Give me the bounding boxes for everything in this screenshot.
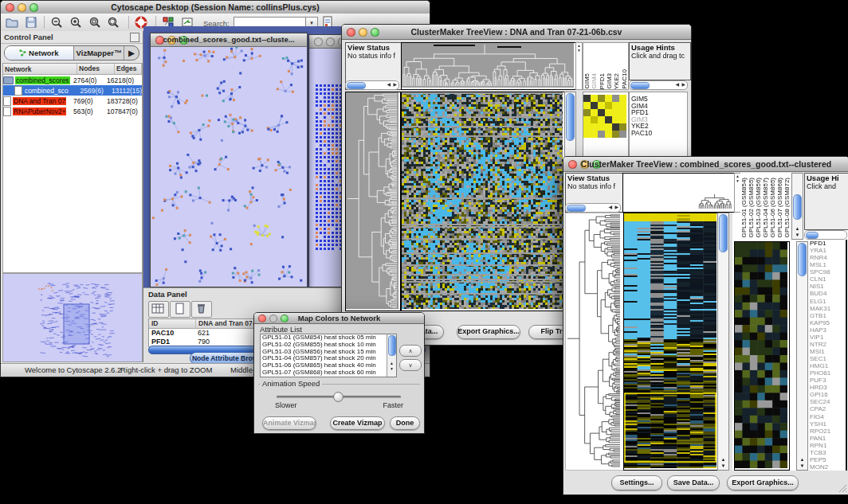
network-row[interactable]: RNAPuberNov2+ 563(0) 107847(0)	[3, 106, 142, 116]
control-panel: Control Panel Network VizMapper™ ▶ Netwo…	[1, 31, 143, 362]
status-zoom-hint: Right-click + drag to ZOOM	[120, 365, 212, 374]
attribute-item[interactable]: GPL51-07 (GSM868) heat shock 60 min	[261, 369, 396, 377]
export-graphics-button[interactable]: Export Graphics...	[457, 325, 520, 339]
gene-label: CLN1	[808, 275, 846, 283]
control-panel-title: Control Panel	[4, 33, 53, 41]
column-dendrogram-canvas[interactable]	[402, 43, 574, 88]
dialog-titlebar[interactable]: Map Colors to Network	[254, 313, 424, 324]
network-row[interactable]: combined_scores 2764(0) 16218(0)	[3, 75, 142, 85]
heatmap-global[interactable]	[623, 213, 719, 471]
attribute-list-scrollbar[interactable]: ▲▼	[387, 334, 396, 377]
export-graphics-button[interactable]: Export Graphics...	[727, 475, 799, 490]
status-welcome: Welcome to Cytoscape 2.6.2	[25, 365, 121, 374]
zoom-heatmap-panel[interactable]	[734, 241, 790, 471]
move-up-button[interactable]: ∧	[399, 345, 422, 357]
save-data-button[interactable]: Save Data...	[667, 475, 720, 490]
column-labels: GIM5GIM4PFD1GIM3YKE2PAC10	[583, 42, 629, 90]
column-dendrogram[interactable]	[622, 173, 736, 213]
network-file-icon	[14, 86, 22, 96]
column-label: GPL51-07 (GSM868)	[776, 178, 783, 238]
delete-attribute-icon[interactable]	[191, 301, 212, 318]
new-attribute-icon[interactable]	[170, 301, 190, 318]
birdseye-view[interactable]	[2, 273, 143, 362]
zoom-out-icon[interactable]	[50, 16, 63, 29]
done-button[interactable]: Done	[390, 416, 420, 430]
usage-hints-scrollbar[interactable]: ◀▶	[629, 80, 688, 90]
close-button[interactable]	[314, 37, 323, 46]
move-down-button[interactable]: ∨	[399, 359, 422, 371]
animate-vizmap-button[interactable]: Animate Vizmap	[262, 416, 316, 430]
zoom-fit-icon[interactable]	[107, 16, 120, 29]
gene-label: CPA2	[808, 405, 846, 412]
open-session-icon[interactable]	[6, 16, 18, 29]
heatmap-vertical-scrollbar[interactable]: ▲▼	[717, 213, 729, 471]
gene-label: GPI16	[808, 391, 846, 398]
row-dendrogram[interactable]	[345, 92, 401, 311]
gene-label: MSI1	[808, 348, 846, 355]
zoom-vertical-scrollbar[interactable]: ▲▼	[796, 241, 808, 471]
row-dendrogram[interactable]	[565, 213, 624, 471]
treeview1-title: ClusterMaker TreeView : DNA and Tran 07-…	[342, 27, 691, 37]
zoom-in-icon[interactable]	[69, 16, 82, 29]
gene-label: HRD3	[808, 384, 846, 391]
heatmap-global[interactable]	[401, 92, 565, 311]
zoom-heatmap-canvas[interactable]	[735, 242, 787, 468]
heatmap-canvas[interactable]	[624, 213, 716, 468]
column-label: GIM5	[583, 73, 591, 89]
view-status-scrollbar[interactable]: ◀▶	[565, 203, 621, 213]
tab-network[interactable]: Network	[5, 46, 74, 60]
resize-grip[interactable]	[838, 483, 847, 493]
tab-overflow-button[interactable]: ▶	[124, 46, 139, 60]
attribute-select-icon[interactable]	[148, 301, 169, 318]
gene-label: BUD4	[808, 290, 846, 297]
gene-label: ELG1	[808, 298, 846, 305]
gene-label: VIP1	[808, 334, 846, 341]
treeview2-titlebar[interactable]: ClusterMaker TreeView : combined_scores_…	[563, 157, 848, 172]
gene-label: SEC1	[808, 355, 846, 362]
gene-label: RPO21	[808, 428, 846, 435]
main-window-title: Cytoscape Desktop (Session Name: collins…	[1, 2, 430, 12]
birdseye-canvas[interactable]	[3, 274, 140, 360]
create-vizmap-button[interactable]: Create Vizmap	[330, 416, 385, 430]
speed-slider-thumb[interactable]	[333, 392, 344, 402]
column-label: GPL51-03 (GSM856)	[755, 178, 762, 238]
usage-hints-box: Usage Hi Click and	[804, 173, 848, 230]
network-view-titlebar[interactable]: combined_scores_good.txt--cluste...	[151, 33, 307, 47]
zoom-selected-icon[interactable]	[88, 16, 101, 29]
zoom-heatmap-canvas[interactable]	[583, 95, 626, 138]
column-label: GPL51-06 (GSM865)	[769, 178, 776, 238]
network-file-icon	[3, 107, 11, 116]
treeview1-titlebar[interactable]: ClusterMaker TreeView : DNA and Tran 07-…	[342, 25, 691, 40]
usage-hints-scrollbar[interactable]	[804, 230, 847, 240]
gene-label: PHO81	[808, 369, 846, 377]
heatmap-canvas[interactable]	[402, 92, 563, 309]
row-dendrogram-canvas[interactable]	[566, 213, 622, 468]
network-list-header: Network Nodes Edges	[3, 64, 142, 75]
column-dendrogram-canvas[interactable]	[623, 174, 733, 210]
column-label: GPL51-04 (GSM857)	[762, 178, 769, 238]
minimize-button[interactable]	[326, 37, 335, 46]
float-panel-icon[interactable]	[130, 33, 139, 42]
column-labels-scrollbar[interactable]: ▲▼	[791, 173, 803, 240]
column-label: PFD1	[599, 73, 606, 89]
save-session-icon[interactable]	[25, 16, 37, 29]
column-dendrogram[interactable]	[401, 42, 576, 90]
network-row-selected[interactable]: combined_sco 2569(6) 13112(15)	[3, 85, 142, 96]
main-titlebar[interactable]: Cytoscape Desktop (Session Name: collins…	[1, 1, 430, 14]
treeview2-title: ClusterMaker TreeView : combined_scores_…	[563, 159, 848, 169]
dendrogram-scroll-strip[interactable]: ▲▼	[575, 42, 583, 90]
column-labels: GPL51-01 (GSM854)GPL51-02 (GSM855)GPL51-…	[740, 173, 790, 238]
network-row[interactable]: DNA and Tran 07 769(0) 183728(0)	[3, 96, 142, 106]
gene-label: TCB3	[808, 449, 846, 456]
network-view-title: combined_scores_good.txt--cluste...	[151, 35, 307, 44]
settings-button[interactable]: Settings...	[611, 475, 662, 490]
view-status-scrollbar[interactable]: ◀▶	[345, 80, 399, 90]
tab-vizmapper[interactable]: VizMapper™	[74, 46, 124, 60]
gene-label: SEC24	[808, 398, 846, 405]
row-dendrogram-canvas[interactable]	[346, 92, 398, 309]
animation-speed-label: Animation Speed	[260, 379, 322, 388]
gene-label: PUF3	[808, 377, 846, 384]
gene-label-list: PFD1YRA1RNR4MSL1SPC98CLN1NIS1BUD4ELG1MAK…	[808, 240, 847, 471]
network-canvas[interactable]	[151, 47, 305, 286]
network-tab-icon	[19, 49, 26, 57]
